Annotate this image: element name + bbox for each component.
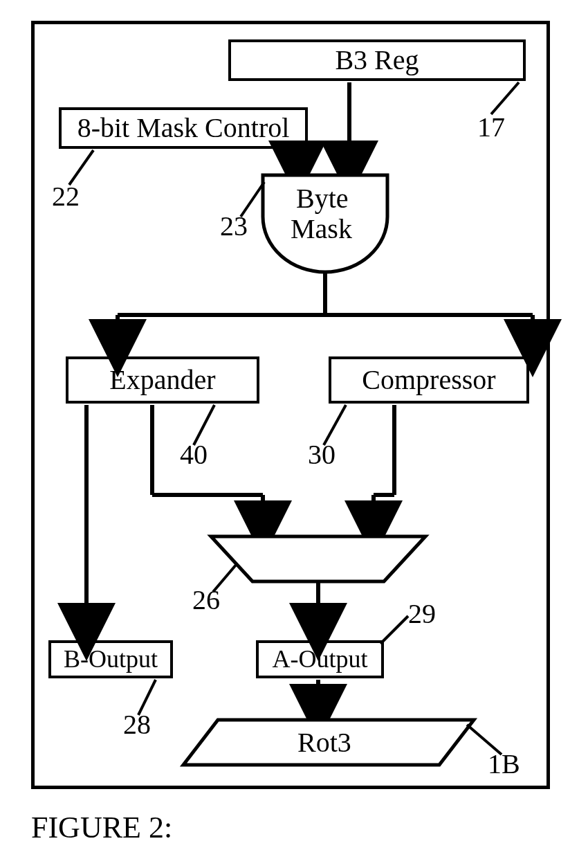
leader-1b — [35, 24, 546, 786]
diagram-frame: B3 Reg 17 8-bit Mask Control 22 — [31, 21, 550, 789]
ref-1b: 1B — [488, 748, 520, 780]
figure-caption: FIGURE 2: — [31, 810, 172, 845]
page-root: B3 Reg 17 8-bit Mask Control 22 — [0, 0, 588, 868]
